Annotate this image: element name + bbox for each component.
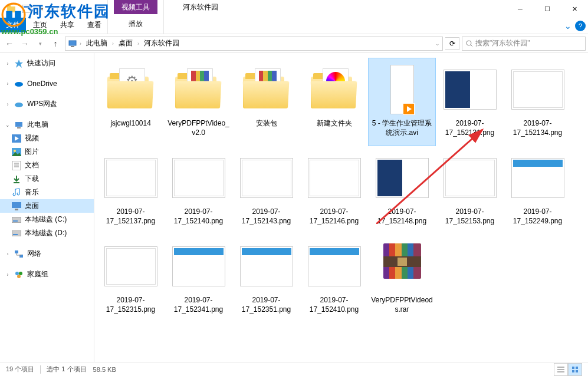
file-item[interactable]: 2019-07-17_152315.png: [97, 235, 165, 323]
chevron-right-icon[interactable]: ›: [80, 41, 81, 47]
file-item[interactable]: 2019-07-17_152140.png: [165, 146, 232, 235]
file-item[interactable]: 2019-07-17_152131.png: [436, 58, 504, 146]
pc-icon: [68, 39, 77, 48]
minimize-button[interactable]: ─: [507, 0, 534, 18]
svg-rect-42: [572, 370, 574, 372]
refresh-button[interactable]: ⟳: [445, 37, 459, 50]
svg-point-33: [15, 272, 19, 275]
sidebar-disk-c[interactable]: 本地磁盘 (C:): [0, 213, 94, 226]
file-name-label: 2019-07-17_152249.png: [506, 207, 569, 226]
svg-point-12: [15, 82, 23, 87]
help-icon[interactable]: ?: [575, 21, 586, 31]
ribbon-collapse-icon[interactable]: ⌄: [564, 21, 571, 31]
file-item[interactable]: 2019-07-17_152137.png: [97, 146, 165, 235]
share-tab[interactable]: 共享: [54, 18, 80, 32]
sidebar-this-pc[interactable]: ⌄此电脑: [0, 118, 94, 131]
file-name-label: 2019-07-17_152137.png: [99, 207, 162, 226]
file-thumbnail: [103, 238, 159, 295]
svg-rect-28: [13, 220, 18, 222]
view-tab[interactable]: 查看: [81, 18, 107, 32]
svg-rect-21: [12, 161, 21, 170]
svg-rect-31: [15, 250, 18, 253]
sidebar-onedrive[interactable]: ›OneDrive: [0, 77, 94, 90]
pictures-icon: [12, 147, 21, 157]
home-tab[interactable]: 主页: [27, 18, 53, 32]
file-name-label: 2019-07-17_152153.png: [438, 207, 501, 226]
sidebar-desktop[interactable]: 桌面: [0, 199, 94, 213]
sidebar-wps[interactable]: ›WPS网盘: [0, 97, 94, 111]
address-dropdown-icon[interactable]: ⌄: [435, 41, 440, 47]
file-thumbnail: ⚙: [103, 61, 159, 118]
file-name-label: VeryPDFPPtVideo_v2.0: [167, 119, 230, 137]
video-icon: [12, 134, 21, 143]
file-item[interactable]: 2019-07-17_152146.png: [300, 146, 368, 235]
file-thumbnail: [510, 150, 566, 206]
sidebar-quick-access[interactable]: ›快速访问: [0, 57, 94, 70]
file-item[interactable]: ⚙jsjcwgl10014: [97, 58, 165, 146]
sidebar-downloads[interactable]: 下载: [0, 172, 94, 186]
file-name-label: VeryPDFPPtVideods.rar: [370, 296, 433, 314]
file-name-label: 2019-07-17_152143.png: [235, 207, 298, 226]
sidebar-music[interactable]: 音乐: [0, 186, 94, 199]
file-item[interactable]: 2019-07-17_152134.png: [504, 58, 571, 146]
breadcrumb[interactable]: › 此电脑 › 桌面 › 河东软件园 ⌄: [65, 37, 443, 51]
file-item[interactable]: 2019-07-17_152143.png: [232, 146, 300, 235]
file-item[interactable]: 2019-07-17_152148.png: [368, 146, 436, 235]
file-name-label: 新建文件夹: [317, 119, 352, 128]
sidebar-homegroup[interactable]: ›家庭组: [0, 268, 94, 281]
breadcrumb-item[interactable]: 河东软件园: [142, 38, 182, 48]
qat-dropdown-icon[interactable]: ▾: [35, 2, 48, 15]
recent-dropdown-icon[interactable]: ▾: [33, 37, 47, 51]
file-tab[interactable]: 文件: [0, 18, 26, 32]
icons-view-button[interactable]: [568, 363, 582, 376]
sidebar-pictures[interactable]: 图片: [0, 145, 94, 159]
sidebar-network[interactable]: ›网络: [0, 247, 94, 260]
navigation-sidebar: ›快速访问 ›OneDrive ›WPS网盘 ⌄此电脑 视频 图片 文档 下载 …: [0, 53, 94, 362]
details-view-button[interactable]: [554, 363, 568, 376]
file-item[interactable]: VeryPDFPPtVideods.rar: [368, 235, 436, 323]
close-button[interactable]: ✕: [561, 0, 588, 18]
svg-marker-11: [15, 60, 23, 68]
file-item[interactable]: 新建文件夹: [300, 58, 368, 146]
file-thumbnail: [238, 61, 295, 118]
maximize-button[interactable]: ☐: [534, 0, 561, 18]
window-controls: ─ ☐ ✕: [507, 0, 588, 18]
back-button[interactable]: ←: [2, 37, 17, 51]
file-thumbnail: [306, 61, 363, 118]
svg-point-19: [14, 150, 16, 152]
breadcrumb-item[interactable]: 此电脑: [84, 38, 110, 48]
file-name-label: 2019-07-17_152140.png: [167, 207, 230, 226]
svg-rect-40: [572, 367, 574, 369]
download-icon: [12, 174, 21, 184]
chevron-right-icon[interactable]: ›: [112, 41, 114, 47]
file-name-label: 安装包: [256, 119, 277, 128]
file-name-label: 2019-07-17_152134.png: [506, 119, 569, 137]
sidebar-videos[interactable]: 视频: [0, 131, 94, 145]
sidebar-disk-d[interactable]: 本地磁盘 (D:): [0, 226, 94, 240]
sidebar-documents[interactable]: 文档: [0, 159, 94, 172]
file-name-label: 2019-07-17_152410.png: [303, 296, 366, 314]
file-item[interactable]: 2019-07-17_152410.png: [300, 235, 368, 323]
file-item[interactable]: 2019-07-17_152153.png: [436, 146, 504, 235]
file-grid[interactable]: ⚙jsjcwgl10014VeryPDFPPtVideo_v2.0安装包新建文件…: [94, 53, 588, 362]
file-item[interactable]: 2019-07-17_152351.png: [232, 235, 300, 323]
file-item[interactable]: VeryPDFPPtVideo_v2.0: [165, 58, 232, 146]
music-icon: [12, 188, 21, 197]
forward-button[interactable]: →: [18, 37, 32, 51]
svg-point-35: [17, 275, 21, 278]
file-item[interactable]: 2019-07-17_152341.png: [165, 235, 232, 323]
drive-icon: [12, 215, 21, 225]
network-icon: [14, 249, 24, 259]
svg-point-34: [19, 272, 22, 275]
file-item[interactable]: 安装包: [232, 58, 300, 146]
file-thumbnail: [103, 150, 159, 206]
breadcrumb-item[interactable]: 桌面: [116, 38, 135, 48]
file-item[interactable]: 2019-07-17_152249.png: [504, 146, 571, 235]
status-bar: 19 个项目 选中 1 个项目 58.5 KB: [0, 362, 588, 376]
properties-icon[interactable]: [20, 2, 33, 15]
search-input[interactable]: 搜索"河东软件园": [462, 37, 586, 51]
up-button[interactable]: ↑: [48, 37, 63, 51]
file-item[interactable]: 5 - 学生作业管理系统演示.avi: [368, 58, 436, 146]
chevron-right-icon[interactable]: ›: [137, 41, 139, 47]
play-tab[interactable]: 播放: [123, 17, 149, 31]
